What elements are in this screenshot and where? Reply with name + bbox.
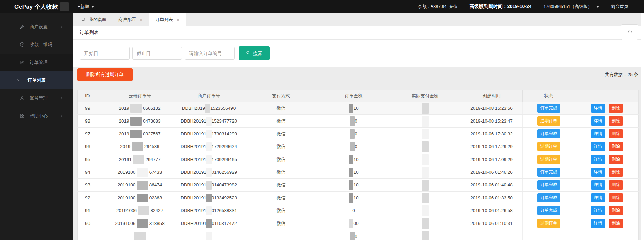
- order-no-input[interactable]: [185, 47, 235, 60]
- cell-merchant-order-no: DDBH201911523477720: [174, 115, 244, 128]
- detail-button[interactable]: 详情: [591, 142, 605, 151]
- redaction-block: [350, 142, 355, 151]
- column-header-pay-method: 支付方式: [244, 90, 318, 102]
- delete-button[interactable]: 删除: [609, 219, 623, 228]
- status-badge: 过期订单: [537, 219, 560, 228]
- redaction-block: [349, 219, 353, 228]
- account-dropdown[interactable]: 17605965151（高级版）: [543, 4, 599, 10]
- cell-paid-amount: [389, 140, 461, 153]
- redaction-block: [130, 130, 142, 138]
- detail-button[interactable]: 详情: [591, 193, 605, 202]
- tab-order-list[interactable]: 订单列表×: [149, 13, 186, 26]
- delete-button[interactable]: 删除: [609, 116, 623, 126]
- cell-paid-amount: [389, 204, 461, 217]
- sidebar-item-order-management[interactable]: 订单管理: [0, 54, 73, 71]
- delete-button[interactable]: 删除: [609, 155, 623, 164]
- table-row: 942019100 67433DDBH201910146256929微信1020…: [78, 166, 639, 179]
- chevron-down-icon: [596, 6, 599, 8]
- cell-status: 订单完成: [523, 128, 575, 140]
- refresh-button[interactable]: [621, 24, 638, 40]
- cell-cloud-order-no: 2019100 86474: [106, 179, 174, 192]
- sidebar-item-account-management[interactable]: 账号管理: [0, 89, 73, 107]
- front-home-link[interactable]: 前台首页: [611, 4, 629, 10]
- redaction-block: [137, 194, 148, 202]
- delete-button[interactable]: 删除: [609, 206, 623, 215]
- app-brand: CcPay 个人收款: [0, 3, 60, 11]
- column-header-id: ID: [78, 90, 106, 102]
- cell-paid-amount: [389, 128, 461, 140]
- search-button[interactable]: 搜素: [239, 46, 270, 60]
- status-badge: 订单完成: [537, 193, 560, 202]
- pen-nib-icon: [19, 24, 25, 30]
- close-icon[interactable]: ×: [139, 17, 143, 22]
- redaction-block: [137, 219, 148, 228]
- detail-button[interactable]: 详情: [591, 104, 605, 113]
- delete-expired-orders-button[interactable]: 删除所有过期订单: [77, 68, 133, 81]
- search-icon: [246, 50, 251, 56]
- cell-actions: [575, 230, 639, 240]
- table-row: 922019100 02363DDBH201910133492523微信1020…: [78, 192, 639, 204]
- sidebar-item-merchant-settings[interactable]: 商户设置: [0, 18, 73, 36]
- start-date-input[interactable]: [80, 47, 130, 60]
- cell-pay-method: 微信: [244, 179, 318, 192]
- cell-merchant-order-no: DDBH201910140473982: [174, 179, 244, 192]
- cell-paid-amount: [389, 102, 461, 115]
- cell-id: 94: [78, 166, 106, 179]
- cell-merchant-order-no: DDBH201910126588331: [174, 204, 244, 217]
- tab-label: 我的桌面: [89, 16, 106, 23]
- delete-button[interactable]: 删除: [609, 129, 623, 138]
- cell-cloud-order-no: [106, 230, 174, 240]
- sidebar-item-collect-qrcode[interactable]: 收款二维码: [0, 36, 73, 54]
- main-area: 我的桌面商户配置×订单列表× 订单列表 搜素 删除所有过期订单 共有数据：25 …: [73, 13, 644, 240]
- redaction-block: [206, 219, 212, 228]
- cell-merchant-order-no: DDBH201911729299624: [174, 140, 244, 153]
- cell-paid-amount: [389, 166, 461, 179]
- redaction-block: [137, 181, 148, 190]
- table-toolbar: 删除所有过期订单 共有数据：25 条: [77, 68, 638, 81]
- scrollbar-track[interactable]: [641, 13, 644, 240]
- detail-button[interactable]: 详情: [591, 168, 605, 177]
- total-count: 共有数据：25 条: [605, 72, 638, 78]
- cell-paid-amount: [389, 192, 461, 204]
- cell-created-at: [461, 230, 523, 240]
- detail-button[interactable]: 详情: [591, 155, 605, 164]
- cell-cloud-order-no: 20191 294777: [106, 153, 174, 166]
- tab-my-desktop[interactable]: 我的桌面: [75, 13, 112, 26]
- cell-paid-amount: [389, 230, 461, 240]
- cell-status: 订单完成: [523, 102, 575, 115]
- cell-amount: 0: [318, 128, 389, 140]
- redaction-block: [206, 206, 212, 215]
- tab-merchant-config[interactable]: 商户配置×: [112, 13, 149, 26]
- detail-button[interactable]: 详情: [591, 129, 605, 138]
- status-badge: 订单完成: [537, 206, 560, 215]
- detail-button[interactable]: 详情: [591, 116, 605, 126]
- column-header-created-at: 创建时间: [461, 90, 523, 102]
- sidebar-subitem-order-list[interactable]: 订单列表: [0, 71, 73, 89]
- sidebar-item-help-center[interactable]: 帮助中心: [0, 107, 73, 125]
- cell-paid-amount: [389, 217, 461, 230]
- cell-id: 92: [78, 192, 106, 204]
- cell-actions: 详情删除: [575, 192, 639, 204]
- new-dropdown-button[interactable]: +新增: [78, 4, 94, 10]
- search-panel: 搜素: [73, 40, 644, 67]
- redaction-block: [206, 168, 212, 177]
- detail-button[interactable]: 详情: [591, 206, 605, 215]
- detail-button[interactable]: 详情: [591, 219, 605, 228]
- cell-status: 过期订单: [523, 115, 575, 128]
- end-date-input[interactable]: [132, 47, 182, 60]
- delete-button[interactable]: 删除: [609, 168, 623, 177]
- detail-button[interactable]: 详情: [591, 180, 605, 190]
- delete-button[interactable]: 删除: [609, 180, 623, 190]
- cell-actions: 详情删除: [575, 204, 639, 217]
- recharge-link[interactable]: 充值: [449, 4, 458, 10]
- close-icon[interactable]: ×: [176, 17, 180, 22]
- cell-id: 98: [78, 115, 106, 128]
- delete-button[interactable]: 删除: [609, 142, 623, 151]
- cell-merchant-order-no: DDBH201911709296465: [174, 153, 244, 166]
- cell-merchant-order-no: DDBH201910146256929: [174, 166, 244, 179]
- delete-button[interactable]: 删除: [609, 104, 623, 113]
- balance-label: 余额：¥887.94: [418, 4, 447, 10]
- cell-status: 订单完成: [523, 192, 575, 204]
- sidebar-toggle-button[interactable]: [60, 2, 69, 11]
- delete-button[interactable]: 删除: [609, 193, 623, 202]
